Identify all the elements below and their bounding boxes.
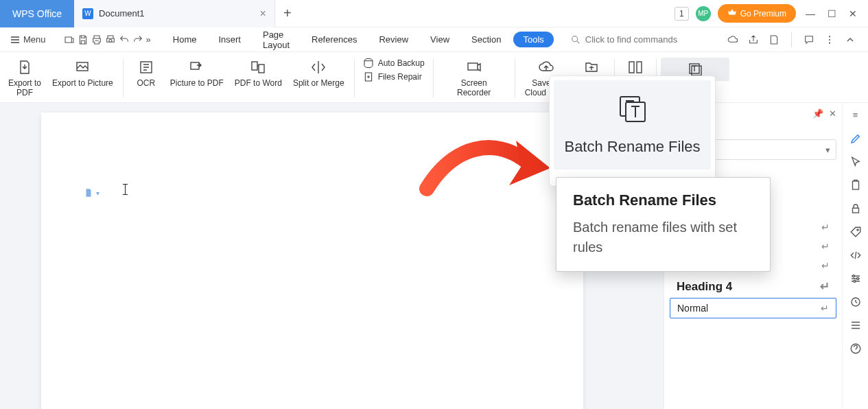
hamburger-icon [10, 34, 21, 45]
save-as-icon[interactable] [766, 32, 782, 47]
qa-save-icon[interactable] [78, 32, 89, 47]
style-item-normal[interactable]: Normal ↵ [670, 298, 836, 318]
rail-clipboard-icon[interactable] [848, 178, 863, 193]
svg-point-20 [854, 280, 856, 282]
rail-tag-icon[interactable] [848, 224, 863, 239]
svg-rect-8 [259, 65, 264, 73]
screen-recorder-button[interactable]: Screen Recorder [438, 58, 511, 98]
style-item-heading4[interactable]: Heading 4 ↵ [670, 275, 836, 298]
window-maximize-icon[interactable]: ☐ [825, 5, 839, 22]
document-tab-icon: W [82, 8, 93, 19]
document-tab[interactable]: W Document1 × [74, 0, 275, 27]
rail-collapse-icon[interactable]: ≡ [853, 110, 858, 123]
svg-rect-6 [191, 62, 199, 69]
pdf-to-word-button[interactable]: PDF to Word [229, 58, 288, 88]
rail-select-icon[interactable] [848, 154, 863, 170]
svg-rect-11 [629, 62, 634, 73]
tools-ribbon: Export to PDF Export to Picture OCR Pict… [0, 52, 868, 103]
collapse-ribbon-icon[interactable] [843, 32, 858, 47]
rail-lock-icon[interactable] [848, 201, 863, 216]
compare-icon [626, 58, 645, 77]
text-caret [125, 184, 126, 195]
tab-insert[interactable]: Insert [209, 30, 250, 49]
window-close-icon[interactable]: ✕ [846, 5, 860, 22]
export-to-pdf-button[interactable]: Export to PDF [3, 58, 47, 98]
share-icon[interactable] [746, 32, 761, 47]
qa-print-preview-icon[interactable] [105, 32, 116, 47]
app-name-badge: WPS Office [0, 0, 74, 27]
search-icon [570, 34, 581, 45]
batch-rename-popup-label: Batch Rename Files [564, 138, 700, 156]
screen-recorder-label: Screen Recorder [443, 78, 505, 98]
svg-point-1 [829, 36, 830, 37]
export-pdf-icon [15, 58, 34, 77]
screen-recorder-icon [465, 58, 484, 77]
tab-tools[interactable]: Tools [513, 32, 553, 47]
svg-rect-16 [852, 208, 858, 213]
batch-rename-popup-icon [616, 93, 649, 126]
tab-page-layout[interactable]: Page Layout [253, 25, 299, 54]
qa-open-icon[interactable] [64, 32, 75, 47]
picture-to-pdf-icon [187, 58, 207, 77]
svg-point-0 [572, 36, 577, 41]
command-search[interactable] [570, 34, 723, 45]
cloud-sync-icon[interactable] [725, 32, 740, 47]
ocr-icon [137, 58, 156, 77]
close-pane-icon[interactable]: ✕ [829, 108, 836, 119]
files-repair-button[interactable]: Files Repair [363, 71, 425, 82]
rail-settings-icon[interactable] [848, 271, 863, 286]
comment-icon[interactable] [801, 32, 817, 47]
go-premium-button[interactable]: Go Premium [718, 4, 796, 23]
menu-tabs: Home Insert Page Layout References Revie… [163, 25, 554, 54]
rail-history-icon[interactable] [848, 294, 863, 309]
compare-button[interactable] [619, 58, 652, 77]
tab-home[interactable]: Home [163, 30, 207, 49]
split-or-merge-label: Split or Merge [293, 78, 344, 88]
export-to-pdf-label: Export to PDF [8, 78, 41, 98]
export-to-picture-button[interactable]: Export to Picture [47, 58, 119, 88]
tab-review[interactable]: Review [369, 30, 418, 49]
rail-help-icon[interactable] [848, 341, 863, 356]
batch-rename-tooltip-title: Batch Rename Files [573, 191, 753, 209]
tab-section[interactable]: Section [462, 30, 511, 49]
chevron-down-icon: ▾ [825, 145, 830, 155]
svg-rect-10 [468, 63, 478, 70]
auto-backup-button[interactable]: Auto Backup [363, 58, 425, 69]
qa-redo-icon[interactable] [132, 32, 143, 47]
rail-code-icon[interactable] [848, 248, 863, 263]
window-count-badge[interactable]: 1 [675, 7, 689, 21]
split-or-merge-button[interactable]: Split or Merge [288, 58, 350, 88]
go-premium-label: Go Premium [740, 9, 786, 19]
rail-list-icon[interactable] [848, 318, 863, 333]
user-avatar[interactable]: MP [696, 6, 711, 21]
tab-references[interactable]: References [302, 30, 366, 49]
svg-point-18 [852, 275, 854, 277]
command-search-input[interactable] [585, 34, 723, 45]
qa-print-icon[interactable] [91, 32, 102, 47]
window-minimize-icon[interactable]: — [803, 5, 818, 22]
picture-to-pdf-button[interactable]: Picture to PDF [165, 58, 229, 88]
rail-edit-icon[interactable] [848, 131, 863, 146]
svg-rect-15 [852, 181, 858, 189]
annotation-arrow-icon [413, 130, 557, 206]
titlebar: WPS Office W Document1 × + 1 MP Go Premi… [0, 0, 868, 27]
batch-rename-popup[interactable]: Batch Rename Files [549, 75, 716, 187]
svg-point-3 [829, 42, 830, 43]
ocr-button[interactable]: OCR [128, 58, 165, 88]
pin-icon[interactable]: 📌 [812, 108, 823, 119]
page-indicator[interactable]: ▾ [84, 188, 99, 198]
qa-undo-icon[interactable] [119, 32, 130, 47]
batch-rename-tooltip: Batch Rename Files Batch rename files wi… [556, 177, 771, 272]
menu-button[interactable]: Menu [5, 34, 50, 45]
new-tab-button[interactable]: + [275, 5, 300, 21]
tab-view[interactable]: View [421, 30, 459, 49]
svg-point-19 [856, 278, 858, 280]
more-vertical-icon[interactable] [822, 32, 837, 47]
right-rail: ≡ [842, 103, 868, 409]
svg-rect-7 [252, 62, 257, 70]
qa-more-icon[interactable]: » [146, 32, 151, 47]
svg-rect-12 [637, 62, 642, 73]
auto-backup-label: Auto Backup [378, 58, 425, 68]
files-repair-label: Files Repair [378, 72, 422, 82]
close-tab-icon[interactable]: × [260, 8, 266, 20]
